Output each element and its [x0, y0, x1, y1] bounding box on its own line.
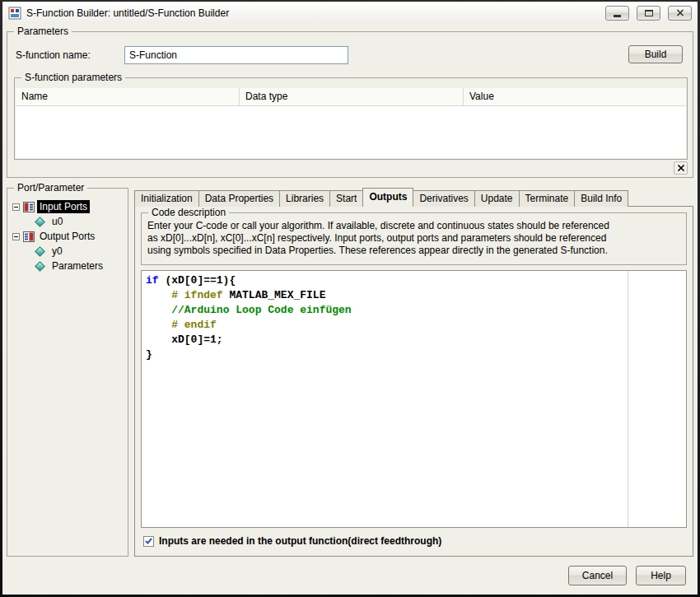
params-table-header: NameData typeValue [16, 88, 686, 106]
tab-update[interactable]: Update [474, 190, 520, 207]
tree-node-label: Input Ports [37, 200, 90, 213]
tab-libraries[interactable]: Libraries [279, 190, 330, 207]
parameters-table: NameData typeValue [16, 88, 686, 158]
parameters-group: Parameters S-function name: Build S-func… [7, 31, 693, 178]
description-line: using symbols specified in Data Properti… [147, 245, 680, 257]
sfunction-builder-window: S-Function Builder: untitled/S-Function … [0, 0, 700, 597]
tree-node-input-ports[interactable]: Input Ports [7, 199, 128, 214]
tree-node-label: Output Ports [37, 230, 97, 243]
code-line: xD[0]=1; [146, 333, 624, 347]
sfunction-name-input[interactable] [124, 46, 348, 64]
app-icon [8, 7, 21, 20]
column-header-value[interactable]: Value [464, 88, 686, 105]
parameters-group-label: Parameters [14, 26, 72, 37]
diamond-icon [35, 246, 45, 257]
outputs-tab-panel: Code description Enter your C-code or ca… [134, 206, 693, 557]
diamond-icon [35, 217, 45, 227]
maximize-icon [645, 10, 653, 16]
check-icon [144, 537, 153, 545]
minimize-icon [614, 15, 621, 17]
port-parameter-group: Port/Parameter Input Portsu0Output Ports… [7, 188, 128, 557]
tree-node-output-ports[interactable]: Output Ports [7, 229, 128, 244]
tab-build-info[interactable]: Build Info [574, 190, 628, 207]
code-line: //Arduino Loop Code einfügen [146, 303, 624, 318]
code-description-group-label: Code description [148, 207, 229, 218]
tree-node-label: u0 [49, 215, 65, 228]
diamond-icon [35, 261, 45, 272]
sfunction-parameters-group: S-function parameters NameData typeValue [14, 77, 688, 160]
input-ports-icon [23, 202, 35, 212]
maximize-button[interactable] [637, 6, 660, 21]
port-parameter-group-label: Port/Parameter [14, 182, 87, 194]
code-line: # endif [146, 318, 624, 333]
close-icon [676, 9, 684, 16]
dialog-body: Parameters S-function name: Build S-func… [2, 24, 698, 595]
sfunction-parameters-group-label: S-function parameters [21, 72, 125, 83]
description-line: as xD[0]...xD[n], xC[0]...xC[n] respecti… [147, 232, 680, 245]
sfunction-name-label: S-function name: [16, 49, 91, 61]
editor-margin-line [628, 271, 628, 527]
tree-node-y0[interactable]: y0 [7, 244, 128, 259]
titlebar: S-Function Builder: untitled/S-Function … [2, 2, 698, 24]
code-description-group: Code description Enter your C-code or ca… [141, 212, 687, 265]
output-ports-icon [23, 231, 35, 242]
tab-initialization[interactable]: Initialization [134, 190, 199, 207]
column-header-name[interactable]: Name [16, 88, 240, 105]
build-button[interactable]: Build [628, 45, 683, 63]
tab-outputs[interactable]: Outputs [362, 188, 413, 207]
feedthrough-row: Inputs are needed in the output function… [143, 535, 441, 547]
tab-terminate[interactable]: Terminate [519, 190, 576, 207]
code-lines: if (xD[0]==1){ # ifndef MATLAB_MEX_FILE … [146, 273, 624, 525]
code-line: } [146, 347, 624, 362]
code-editor[interactable]: if (xD[0]==1){ # ifndef MATLAB_MEX_FILE … [141, 270, 687, 528]
tab-bar: InitializationData PropertiesLibrariesSt… [134, 188, 628, 207]
delete-parameter-button[interactable] [674, 161, 688, 175]
tree-node-label: Parameters [49, 259, 105, 273]
collapse-icon[interactable] [12, 233, 20, 240]
column-header-data-type[interactable]: Data type [240, 88, 464, 105]
code-line: # ifndef MATLAB_MEX_FILE [146, 288, 624, 303]
close-button[interactable] [668, 6, 692, 21]
tree-node-label: y0 [49, 245, 65, 258]
feedthrough-label: Inputs are needed in the output function… [159, 535, 441, 547]
tab-data-properties[interactable]: Data Properties [198, 190, 280, 207]
tab-derivatives[interactable]: Derivatives [413, 190, 474, 207]
feedthrough-checkbox[interactable] [143, 536, 154, 547]
window-title: S-Function Builder: untitled/S-Function … [26, 7, 605, 19]
help-button[interactable]: Help [636, 566, 686, 585]
minimize-button[interactable] [605, 6, 629, 21]
cancel-button[interactable]: Cancel [568, 566, 627, 585]
collapse-icon[interactable] [12, 203, 20, 211]
description-line: Enter your C-code or call your algorithm… [147, 220, 680, 232]
code-description-text: Enter your C-code or call your algorithm… [142, 213, 686, 257]
port-parameter-tree: Input Portsu0Output Portsy0Parameters [7, 189, 128, 273]
delete-icon [677, 164, 685, 172]
tree-node-parameters[interactable]: Parameters [7, 259, 128, 273]
tree-node-u0[interactable]: u0 [7, 214, 128, 229]
code-line: if (xD[0]==1){ [146, 273, 624, 288]
tab-start[interactable]: Start [329, 190, 363, 207]
